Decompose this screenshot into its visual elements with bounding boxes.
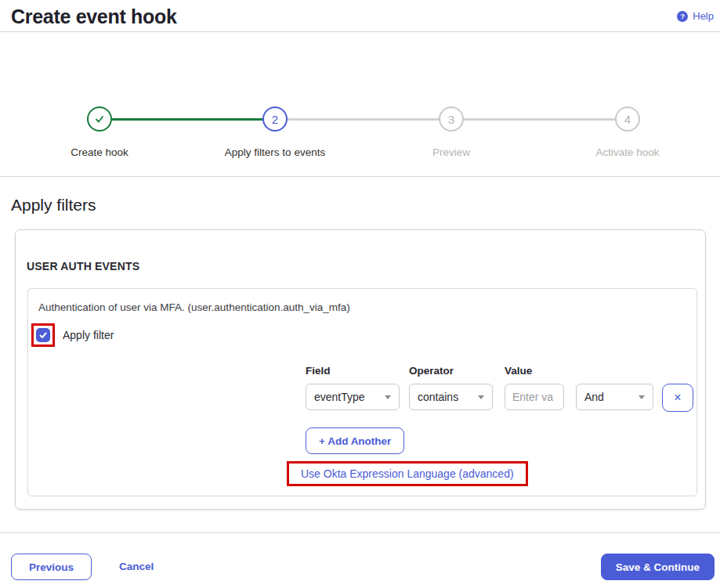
save-continue-button[interactable]: Save & Continue bbox=[601, 554, 715, 580]
event-category-label: USER AUTH EVENTS bbox=[27, 260, 139, 272]
annotation-box-expression-link: Use Okta Expression Language (advanced) bbox=[287, 461, 528, 486]
step-3-circle: 3 bbox=[439, 106, 464, 132]
event-filter-panel: Authentication of user via MFA. (user.au… bbox=[27, 288, 697, 496]
step-4-number: 4 bbox=[624, 113, 631, 126]
checkmark-icon bbox=[94, 114, 105, 124]
wizard-stepper: 2 3 4 Create hook Apply filters to event… bbox=[0, 32, 720, 176]
field-select[interactable]: eventType bbox=[306, 384, 400, 410]
conjunction-select-value: And bbox=[584, 391, 604, 403]
expression-language-link[interactable]: Use Okta Expression Language (advanced) bbox=[301, 467, 514, 480]
page-title: Create event hook bbox=[11, 5, 177, 28]
step-1-circle[interactable] bbox=[87, 106, 112, 132]
event-description: Authentication of user via MFA. (user.au… bbox=[38, 301, 350, 313]
operator-select[interactable]: contains bbox=[409, 384, 493, 410]
page-header: Create event hook ? Help bbox=[0, 0, 720, 32]
apply-filters-heading: Apply filters bbox=[11, 196, 96, 215]
stepper-connector-upcoming bbox=[464, 118, 615, 121]
value-input[interactable] bbox=[505, 384, 564, 410]
help-link-label: Help bbox=[693, 10, 714, 22]
step-1-label: Create hook bbox=[71, 146, 128, 158]
footer-divider bbox=[0, 532, 720, 533]
apply-filter-label: Apply filter bbox=[63, 329, 114, 341]
chevron-down-icon bbox=[639, 395, 645, 399]
step-2-label: Apply filters to events bbox=[225, 146, 325, 158]
remove-filter-button[interactable]: × bbox=[662, 384, 693, 412]
apply-filter-checkbox[interactable] bbox=[36, 328, 50, 342]
apply-filter-row: Apply filter bbox=[31, 323, 114, 347]
step-3-number: 3 bbox=[448, 113, 454, 126]
section-divider bbox=[0, 176, 720, 177]
filters-card: USER AUTH EVENTS Authentication of user … bbox=[15, 229, 706, 510]
help-link[interactable]: ? Help bbox=[677, 10, 714, 22]
stepper-connector-upcoming bbox=[288, 118, 439, 121]
create-event-hook-page: Create event hook ? Help 2 3 4 Create ho… bbox=[0, 0, 720, 588]
conjunction-select[interactable]: And bbox=[576, 384, 653, 410]
add-another-button[interactable]: + Add Another bbox=[306, 427, 404, 454]
step-4-label: Activate hook bbox=[595, 146, 659, 158]
field-select-value: eventType bbox=[314, 391, 365, 403]
help-question-icon: ? bbox=[677, 11, 688, 22]
step-4-circle: 4 bbox=[615, 106, 640, 132]
filter-controls: Field Operator Value eventType contains bbox=[306, 365, 693, 412]
step-2-number: 2 bbox=[272, 113, 278, 126]
close-icon: × bbox=[674, 391, 681, 405]
step-2-circle[interactable]: 2 bbox=[262, 106, 288, 132]
annotation-box-checkbox bbox=[31, 323, 55, 347]
cancel-button[interactable]: Cancel bbox=[119, 561, 154, 572]
operator-select-value: contains bbox=[418, 391, 458, 403]
chevron-down-icon bbox=[478, 395, 484, 399]
stepper-connector-complete bbox=[112, 118, 262, 121]
operator-label: Operator bbox=[409, 365, 493, 377]
previous-button[interactable]: Previous bbox=[11, 554, 92, 580]
field-label: Field bbox=[306, 365, 400, 377]
checkmark-icon bbox=[38, 330, 48, 340]
filter-labels-row: Field Operator Value bbox=[306, 365, 693, 384]
filter-inputs-row: eventType contains And × bbox=[306, 384, 693, 412]
value-label: Value bbox=[505, 365, 564, 377]
step-3-label: Preview bbox=[432, 146, 470, 158]
chevron-down-icon bbox=[385, 395, 391, 399]
